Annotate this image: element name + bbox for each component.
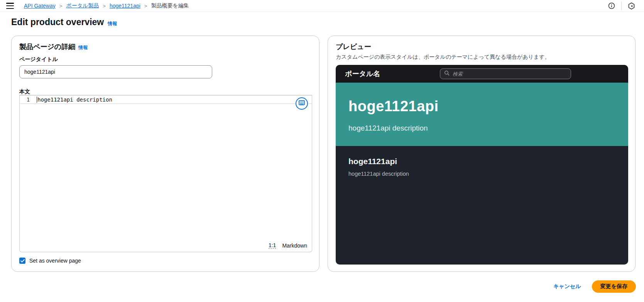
- top-navigation-bar: API Gateway > ポータル製品 > hoge1121api > 製品概…: [0, 0, 644, 12]
- portal-preview: ポータル名 hoge1121api hoge1121api descriptio…: [336, 65, 628, 265]
- breadcrumb-separator: >: [103, 3, 106, 9]
- preview-card: プレビュー カスタムページの表示スタイルは、ポータルのテーマによって異なる場合が…: [328, 36, 636, 272]
- page-title: Edit product overview: [11, 17, 104, 27]
- portal-name: ポータル名: [345, 69, 380, 78]
- editor-language-label: Markdown: [282, 243, 307, 249]
- breadcrumb-product[interactable]: hoge1121api: [110, 3, 140, 9]
- preview-card-title: プレビュー: [336, 42, 371, 51]
- portal-body-title: hoge1121api: [348, 157, 615, 166]
- keyboard-shortcuts-button[interactable]: [296, 97, 308, 110]
- settings-icon[interactable]: [627, 2, 636, 10]
- breadcrumb-current-page: 製品概要を編集: [151, 2, 189, 9]
- portal-body-section: hoge1121api hoge1121api description: [336, 146, 628, 265]
- editor-status-bar: 1:1 Markdown: [269, 242, 307, 249]
- portal-header: ポータル名: [336, 65, 628, 83]
- topbar-divider: [621, 2, 622, 10]
- breadcrumb: API Gateway > ポータル製品 > hoge1121api > 製品概…: [24, 2, 189, 9]
- portal-search-input[interactable]: [453, 71, 567, 77]
- portal-hero-title: hoge1121api: [348, 98, 615, 115]
- portal-search-box[interactable]: [440, 68, 571, 79]
- cursor-position-button[interactable]: 1:1: [269, 242, 276, 249]
- editor-line-number: 1: [20, 97, 37, 103]
- form-actions: キャンセル 変更を保存: [553, 280, 636, 293]
- overview-checkbox[interactable]: [19, 258, 25, 264]
- body-field-label: 本文: [19, 88, 30, 95]
- save-changes-button[interactable]: 変更を保存: [592, 280, 636, 293]
- page-title-field-label: ページタイトル: [19, 56, 58, 63]
- details-info-link[interactable]: 情報: [78, 44, 88, 51]
- cancel-button[interactable]: キャンセル: [553, 283, 581, 290]
- page-info-link[interactable]: 情報: [108, 20, 117, 27]
- keyboard-icon: [298, 99, 305, 108]
- product-page-details-card: 製品ページの詳細 情報 ページタイトル 本文 1 hoge1121api des…: [11, 36, 319, 272]
- breadcrumb-api-gateway[interactable]: API Gateway: [24, 3, 56, 9]
- search-icon: [444, 70, 450, 77]
- portal-hero-subtitle: hoge1121api description: [348, 124, 615, 132]
- editor-active-line[interactable]: 1 hoge1121api description: [20, 95, 312, 104]
- preview-card-subtitle: カスタムページの表示スタイルは、ポータルのテーマによって異なる場合があります。: [336, 54, 627, 61]
- breadcrumb-separator: >: [144, 3, 147, 9]
- details-card-title: 製品ページの詳細: [19, 42, 75, 51]
- overview-page-checkbox-row[interactable]: Set as overview page: [19, 258, 81, 264]
- portal-body-subtitle: hoge1121api description: [348, 171, 615, 177]
- topbar-actions: [607, 2, 636, 10]
- menu-icon[interactable]: [6, 3, 14, 9]
- info-icon[interactable]: [607, 2, 616, 10]
- editor-line-text: hoge1121api description: [37, 97, 112, 103]
- page: API Gateway > ポータル製品 > hoge1121api > 製品概…: [0, 0, 644, 302]
- page-header: Edit product overview 情報: [11, 17, 117, 27]
- breadcrumb-separator: >: [59, 3, 63, 9]
- markdown-code-editor[interactable]: 1 hoge1121api description 1:1 Markdown: [19, 95, 312, 252]
- portal-hero-banner: hoge1121api hoge1121api description: [336, 83, 628, 146]
- check-icon: [20, 257, 25, 264]
- overview-checkbox-label: Set as overview page: [29, 258, 81, 264]
- breadcrumb-portal-products[interactable]: ポータル製品: [66, 2, 99, 9]
- page-title-input[interactable]: [19, 65, 212, 78]
